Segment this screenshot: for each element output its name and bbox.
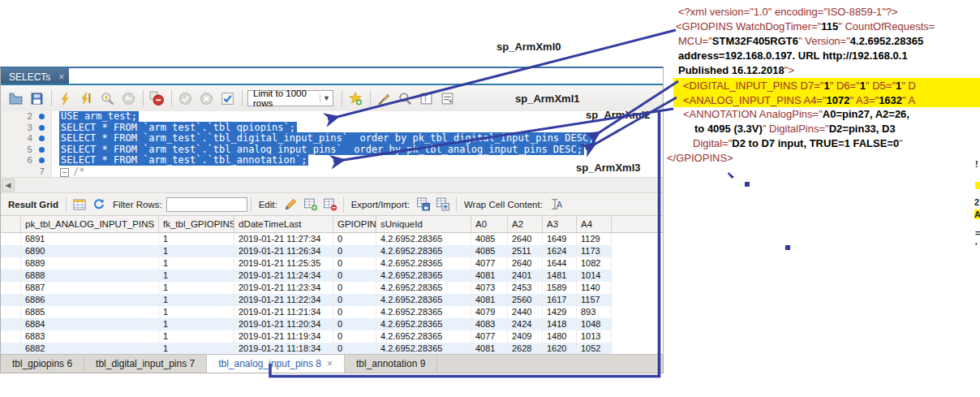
toggle-stop-on-error-button[interactable]: [148, 90, 165, 106]
editor-horizontal-scrollbar[interactable]: ◀: [1, 177, 663, 192]
execute-button[interactable]: [57, 90, 73, 106]
row-selector-cell[interactable]: [1, 330, 21, 343]
table-cell: 6888: [21, 270, 159, 282]
row-selector-cell[interactable]: [1, 282, 21, 294]
save-snippet-button[interactable]: [347, 90, 363, 106]
column-header[interactable]: GPIOPINS_Id: [333, 216, 376, 232]
table-row[interactable]: 688412019-01-21 11:20:3404.2.6952.283654…: [1, 318, 612, 330]
sql-line[interactable]: 5SELECT * FROM `arm_test`.`tbl_analog_in…: [1, 145, 663, 156]
table-row[interactable]: 688212019-01-21 11:18:3404.2.6952.283654…: [1, 343, 612, 355]
table-row[interactable]: 689112019-01-21 11:27:3404.2.6952.283654…: [1, 233, 612, 245]
tab-selects[interactable]: SELECTs ×: [1, 68, 69, 84]
edit-record-button[interactable]: [283, 197, 299, 212]
xml-line: </GPIOPINS>: [665, 151, 980, 166]
wrap-cell-content-label: Wrap Cell Content:: [464, 200, 543, 209]
column-header[interactable]: A3: [543, 216, 577, 232]
grid-view-icon[interactable]: [71, 197, 88, 212]
table-row[interactable]: 688512019-01-21 11:21:3404.2.6952.283654…: [1, 306, 612, 318]
column-header[interactable]: sUniqueId: [376, 216, 471, 232]
result-tab-tbl_gpiopins-6[interactable]: tbl_gpiopins 6: [1, 355, 84, 373]
column-header[interactable]: fk_tbl_GPIOPINS: [159, 216, 234, 232]
scroll-left-icon[interactable]: ◀: [2, 179, 15, 192]
table-cell: 6887: [21, 282, 159, 294]
result-tab-tbl_annotation-9[interactable]: tbl_annotation 9: [345, 355, 437, 373]
sql-line[interactable]: 4SELECT * FROM `arm_test`.`tbl_digital_i…: [1, 133, 663, 145]
xml-line: MCU="STM32F405RGT6" Version="4.2.6952.28…: [665, 34, 980, 49]
table-row[interactable]: 688612019-01-21 11:22:3404.2.6952.283654…: [1, 294, 612, 306]
sql-line[interactable]: 3SELECT * FROM `arm_test`.`tbl_gpiopins`…: [1, 123, 663, 134]
table-cell: 4.2.6952.28365: [376, 294, 471, 306]
sql-line[interactable]: 2USE arm_test;: [1, 111, 663, 123]
result-tab-tbl_analog_input_pins-8[interactable]: tbl_analog_input_pins 8×: [207, 355, 345, 373]
row-selector-cell[interactable]: [1, 270, 21, 282]
column-header[interactable]: A0: [471, 216, 508, 232]
xml-line-highlighted: <ANALOG_INPUT_PINS A4="1072" A3="1632" A: [673, 93, 980, 107]
table-cell: 1: [159, 282, 234, 294]
column-header[interactable]: A2: [508, 216, 543, 232]
tab-close-icon[interactable]: ×: [327, 358, 333, 369]
column-header[interactable]: dDateTimeLast: [234, 216, 333, 232]
table-cell: 893: [577, 306, 612, 318]
column-header[interactable]: [1, 216, 21, 232]
code-fold-icon[interactable]: −: [60, 168, 69, 177]
table-row[interactable]: 688312019-01-21 11:19:3404.2.6952.283654…: [1, 330, 612, 343]
table-cell: 4081: [471, 270, 508, 282]
insert-row-button[interactable]: [303, 197, 319, 212]
limit-rows-select[interactable]: Limit to 1000 rows ▼: [247, 90, 333, 106]
result-tab-tbl_digital_input_pins-7[interactable]: tbl_digital_input_pins 7: [84, 355, 207, 373]
commit-button[interactable]: [177, 90, 193, 106]
sql-line[interactable]: 6SELECT * FROM `arm_test`.`tbl_annotatio…: [1, 155, 663, 166]
table-cell: 4.2.6952.28365: [376, 233, 471, 245]
tab-close-icon[interactable]: ×: [58, 72, 64, 82]
toolbar-separator: [251, 197, 251, 212]
table-cell: 1140: [577, 282, 612, 294]
wrap-cell-content-button[interactable]: A: [548, 197, 565, 212]
column-header[interactable]: A4: [577, 216, 612, 232]
table-cell: 1: [159, 270, 234, 282]
explain-button[interactable]: [99, 90, 115, 106]
table-cell: 6886: [21, 294, 159, 306]
sql-editor-window: SELECTs × Limit to 1000 rows ▼ sp_ArmXml…: [0, 67, 664, 373]
export-button[interactable]: [415, 197, 432, 212]
table-cell: 4073: [471, 282, 508, 294]
row-selector-cell[interactable]: [1, 233, 21, 245]
result-tab-bar: tbl_gpiopins 6tbl_digital_input_pins 7tb…: [1, 354, 663, 373]
save-script-button[interactable]: [28, 90, 45, 106]
export-import-label: Export/Import:: [351, 200, 410, 209]
delete-row-button[interactable]: [322, 197, 338, 212]
filter-rows-input[interactable]: [166, 197, 247, 212]
toolbar-separator: [456, 197, 457, 212]
sql-code-editor[interactable]: 2USE arm_test;3SELECT * FROM `arm_test`.…: [1, 111, 663, 177]
column-header[interactable]: pk_tbl_ANALOG_INPUT_PINS: [21, 216, 159, 232]
invisible-characters-button[interactable]: [418, 90, 434, 106]
refresh-icon[interactable]: [91, 197, 107, 212]
line-number-gutter-cell: 5: [1, 145, 51, 156]
row-selector-cell[interactable]: [1, 306, 21, 318]
table-cell: 1644: [543, 257, 577, 270]
table-row[interactable]: 689012019-01-21 11:26:3404.2.6952.283654…: [1, 245, 612, 257]
result-grid-toolbar: Result Grid Filter Rows: Edit: Export/Im…: [1, 192, 663, 216]
row-selector-cell[interactable]: [1, 245, 21, 257]
wrap-text-button[interactable]: [439, 90, 455, 106]
toolbar-separator: [171, 90, 172, 106]
import-button[interactable]: [435, 197, 451, 212]
row-selector-cell[interactable]: [1, 257, 21, 270]
execute-current-statement-button[interactable]: [78, 90, 94, 106]
row-selector-cell[interactable]: [1, 343, 21, 355]
table-row[interactable]: 688812019-01-21 11:24:3404.2.6952.283654…: [1, 270, 612, 282]
sql-line[interactable]: 7−/*: [1, 166, 663, 178]
rollback-button[interactable]: [198, 90, 214, 106]
clipped-text-fragment: =: [975, 228, 980, 238]
open-script-button[interactable]: [7, 90, 24, 106]
row-selector-cell[interactable]: [1, 318, 21, 330]
toggle-autocommit-button[interactable]: [219, 90, 235, 106]
table-cell: 1649: [543, 233, 577, 245]
stop-button[interactable]: [120, 90, 136, 106]
editor-tab-bar: SELECTs ×: [1, 68, 663, 84]
row-selector-cell[interactable]: [1, 294, 21, 306]
table-row[interactable]: 688712019-01-21 11:23:3404.2.6952.283654…: [1, 282, 612, 294]
table-row[interactable]: 688912019-01-21 11:25:3504.2.6952.283654…: [1, 257, 612, 270]
xml-line: <GPIOPINS WatchDogTimer="115" CountOfReq…: [665, 19, 980, 34]
beautify-button[interactable]: [376, 90, 392, 106]
find-button[interactable]: [397, 90, 413, 106]
